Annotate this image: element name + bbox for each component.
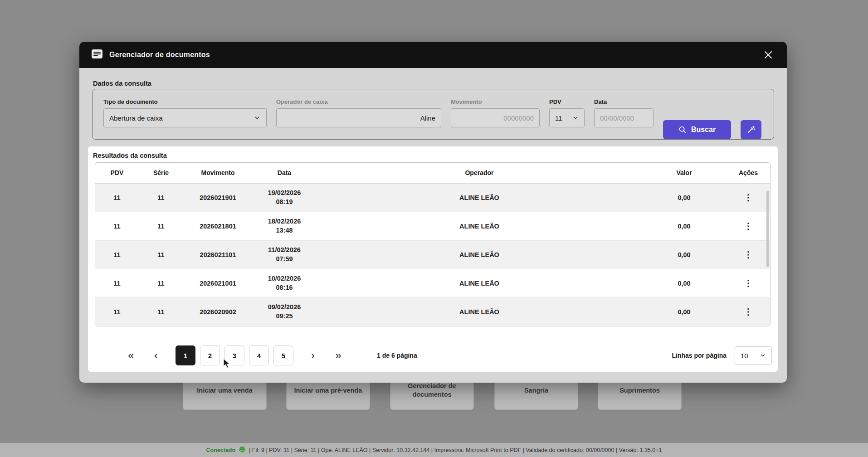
- cell-movimento: 2026020902: [183, 297, 253, 326]
- cell-pdv: 11: [95, 212, 139, 240]
- page-button-5[interactable]: 5: [273, 345, 293, 365]
- next-page-button[interactable]: ›: [303, 345, 323, 365]
- cell-data: 10/02/202608:16: [253, 269, 316, 297]
- page-summary: 1 de 6 página: [377, 352, 417, 359]
- modal-header: Gerenciador de documentos: [79, 42, 787, 68]
- col-serie: Série: [139, 163, 183, 183]
- first-page-button[interactable]: «: [121, 345, 141, 365]
- cell-valor: 0,00: [643, 183, 726, 212]
- row-actions-menu-button[interactable]: ⋮: [741, 248, 756, 262]
- pagination: « ‹ 1 2 3 4 5 › » 1 de 6 página Linhas p…: [88, 345, 778, 365]
- data-input[interactable]: [594, 108, 653, 127]
- col-valor: Valor: [643, 163, 726, 183]
- col-movimento: Movimento: [183, 163, 253, 183]
- cell-valor: 0,00: [643, 269, 726, 297]
- results-table: PDV Série Movimento Data Operador Valor …: [95, 162, 770, 326]
- cell-valor: 0,00: [643, 212, 726, 240]
- cell-movimento: 2026021901: [183, 183, 253, 212]
- page-button-2[interactable]: 2: [200, 345, 220, 365]
- close-icon: [764, 50, 773, 59]
- pdv-value: 11: [555, 114, 562, 122]
- pdv-field: PDV 11: [549, 98, 585, 139]
- table-header-row: PDV Série Movimento Data Operador Valor …: [95, 163, 770, 183]
- page-button-1[interactable]: 1: [176, 345, 195, 365]
- tipo-documento-field: Tipo de documento Abertura de caixa: [103, 98, 267, 139]
- cell-movimento: 2026021001: [183, 269, 253, 297]
- cell-valor: 0,00: [643, 240, 726, 269]
- document-manager-modal: Gerenciador de documentos Dados da consu…: [79, 42, 787, 383]
- movimento-input[interactable]: [451, 108, 540, 127]
- table-row: 11 11 2026021901 19/02/202608:19 ALINE L…: [95, 183, 770, 212]
- cell-serie: 11: [139, 212, 183, 240]
- query-form: Tipo de documento Abertura de caixa Oper…: [92, 89, 774, 140]
- clear-filters-icon: [746, 125, 756, 134]
- row-actions-menu-button[interactable]: ⋮: [741, 219, 756, 233]
- data-label: Data: [594, 98, 653, 105]
- col-data: Data: [253, 163, 316, 183]
- cell-pdv: 11: [95, 183, 139, 212]
- lines-per-page-group: Linhas por página 10: [672, 346, 772, 365]
- search-icon: [678, 126, 687, 134]
- chevron-down-icon: [760, 352, 766, 359]
- screen: Iniciar uma venda Iniciar uma pré-venda …: [0, 0, 868, 457]
- row-actions-menu-button[interactable]: ⋮: [741, 276, 756, 290]
- cell-operador: ALINE LEÃO: [316, 212, 643, 240]
- printer-icon: [239, 446, 246, 454]
- operador-field: Operador de caixa: [276, 98, 441, 139]
- cell-movimento: 2026021101: [183, 240, 253, 269]
- close-button[interactable]: [761, 48, 775, 62]
- clear-filters-button[interactable]: [741, 120, 761, 139]
- modal-title: Gerenciador de documentos: [109, 51, 210, 59]
- operador-input[interactable]: [276, 108, 441, 127]
- movimento-label: Movimento: [451, 98, 540, 105]
- table-row: 11 11 2026021101 11/02/202607:59 ALINE L…: [95, 240, 770, 269]
- row-actions-menu-button[interactable]: ⋮: [741, 305, 756, 319]
- lines-per-page-value: 10: [741, 352, 748, 360]
- cell-operador: ALINE LEÃO: [316, 183, 643, 212]
- cell-movimento: 2026021801: [183, 212, 253, 240]
- chevron-down-icon: [572, 115, 579, 121]
- tipo-documento-value: Abertura de caixa: [109, 114, 163, 122]
- results-panel: Resultados da consulta PDV Série Movimen…: [88, 146, 778, 372]
- table-row: 11 11 2026020902 09/02/202609:25 ALINE L…: [95, 297, 770, 326]
- buscar-label: Buscar: [691, 126, 716, 134]
- status-bar: Conectado | Fil: 9 | PDV: 11 | Série: 11…: [0, 443, 868, 457]
- lines-per-page-label: Linhas por página: [672, 352, 727, 359]
- cell-pdv: 11: [95, 269, 139, 297]
- col-pdv: PDV: [95, 163, 139, 183]
- lines-per-page-select[interactable]: 10: [735, 346, 772, 365]
- cell-serie: 11: [139, 240, 183, 269]
- cell-valor: 0,00: [643, 297, 726, 326]
- results-heading: Resultados da consulta: [93, 152, 167, 159]
- row-actions-menu-button[interactable]: ⋮: [741, 190, 756, 204]
- chevron-down-icon: [254, 114, 261, 122]
- col-acoes: Ações: [726, 163, 770, 183]
- buscar-field: Buscar: [663, 98, 731, 139]
- table-row: 11 11 2026021801 18/02/202613:48 ALINE L…: [95, 212, 770, 240]
- tipo-documento-label: Tipo de documento: [103, 98, 267, 105]
- tipo-documento-select[interactable]: Abertura de caixa: [103, 108, 267, 127]
- pdv-select[interactable]: 11: [549, 108, 585, 127]
- last-page-button[interactable]: »: [328, 345, 348, 365]
- page-button-3[interactable]: 3: [224, 345, 244, 365]
- cell-data: 18/02/202613:48: [253, 212, 316, 240]
- prev-page-button[interactable]: ‹: [146, 345, 166, 365]
- data-field: Data: [594, 98, 653, 139]
- cell-pdv: 11: [95, 240, 139, 269]
- cell-operador: ALINE LEÃO: [316, 297, 643, 326]
- cell-serie: 11: [139, 183, 183, 212]
- movimento-field: Movimento: [451, 98, 540, 139]
- cell-serie: 11: [139, 297, 183, 326]
- page-button-4[interactable]: 4: [249, 345, 269, 365]
- col-operador: Operador: [316, 163, 643, 183]
- cell-serie: 11: [139, 269, 183, 297]
- cell-operador: ALINE LEÃO: [316, 240, 643, 269]
- document-icon: [91, 49, 103, 61]
- query-section-heading: Dados da consulta: [93, 80, 151, 87]
- cell-operador: ALINE LEÃO: [316, 269, 643, 297]
- table-row: 11 11 2026021001 10/02/202608:16 ALINE L…: [95, 269, 770, 297]
- connected-status: Conectado: [206, 447, 236, 453]
- buscar-button[interactable]: Buscar: [663, 120, 731, 139]
- operador-label: Operador de caixa: [276, 98, 441, 105]
- table-scrollbar[interactable]: [766, 191, 769, 267]
